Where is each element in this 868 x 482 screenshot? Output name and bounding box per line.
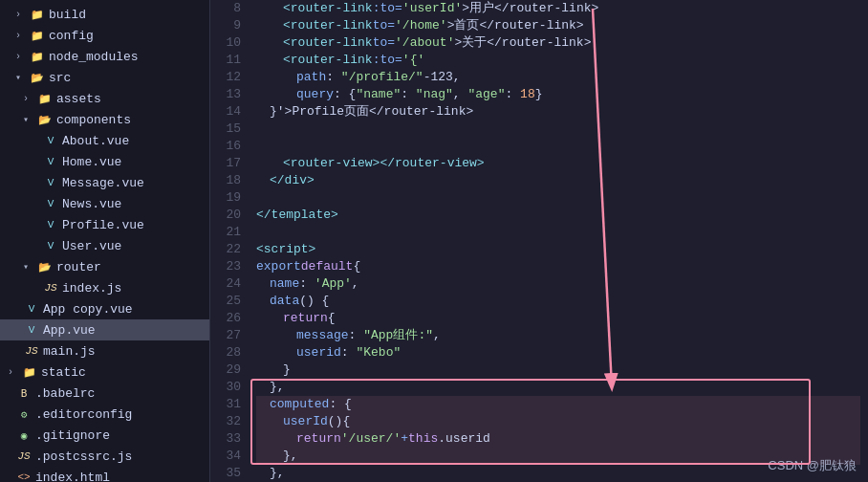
vue-icon: V: [42, 198, 59, 209]
sidebar-item-index-html[interactable]: <> index.html: [0, 467, 209, 482]
line-num-33: 33: [210, 430, 241, 448]
code-line-33: return '/user/' + this.userid: [256, 430, 860, 448]
line-num-29: 29: [210, 362, 241, 379]
folder-icon: 📂: [36, 114, 54, 126]
vue-icon: V: [42, 135, 59, 146]
code-line-17: <router-view></router-view>: [256, 155, 860, 172]
sidebar-label-index-html: index.html: [35, 471, 110, 483]
code-line-26: return {: [256, 310, 860, 327]
sidebar-label-about-vue: About.vue: [62, 134, 129, 148]
line-num-17: 17: [210, 155, 241, 172]
code-line-25: data() {: [256, 293, 860, 310]
vue-icon: V: [42, 219, 59, 230]
code-editor: 8910111213141516171819202122232425262728…: [210, 0, 868, 482]
watermark: CSDN @肥钛狼: [768, 457, 857, 474]
sidebar-label-main-js: main.js: [43, 344, 96, 359]
line-num-22: 22: [210, 241, 241, 258]
sidebar-label-build: build: [49, 8, 86, 22]
code-line-16: [256, 138, 860, 155]
sidebar-label-editorconfig: .editorconfig: [35, 407, 132, 422]
sidebar-item-index-js-router[interactable]: JS index.js: [0, 277, 209, 298]
code-line-12: path: "/profile/"-123,: [256, 69, 860, 86]
vue-icon: V: [23, 324, 40, 336]
line-num-35: 35: [210, 465, 241, 482]
sidebar-label-static: static: [41, 365, 86, 380]
sidebar-label-app-vue: App.vue: [43, 323, 96, 338]
sidebar-item-gitignore[interactable]: ◉ .gitignore: [0, 425, 209, 446]
vue-icon: V: [42, 177, 59, 188]
sidebar-item-app-copy-vue[interactable]: V App copy.vue: [0, 298, 209, 319]
code-line-32: userId(){: [256, 413, 860, 430]
code-line-19: [256, 189, 860, 207]
folder-icon: 📁: [29, 9, 46, 21]
sidebar-item-components[interactable]: 📂 components: [0, 109, 209, 130]
sidebar-item-build[interactable]: 📁 build: [0, 4, 209, 25]
line-num-24: 24: [210, 275, 241, 293]
sidebar-item-editorconfig[interactable]: ⚙ .editorconfig: [0, 404, 209, 425]
sidebar-item-message-vue[interactable]: V Message.vue: [0, 172, 209, 193]
code-line-21: [256, 224, 860, 241]
sidebar-item-assets[interactable]: 📁 assets: [0, 88, 209, 109]
sidebar-item-app-vue[interactable]: V App.vue: [0, 319, 209, 340]
sidebar-label-index-js-router: index.js: [62, 281, 121, 296]
sidebar-item-main-js[interactable]: JS main.js: [0, 340, 209, 362]
sidebar-item-news-vue[interactable]: V News.vue: [0, 193, 209, 214]
line-num-32: 32: [210, 413, 241, 430]
line-num-8: 8: [210, 0, 241, 17]
line-num-27: 27: [210, 327, 241, 344]
sidebar-item-profile-vue[interactable]: V Profile.vue: [0, 214, 209, 235]
line-num-9: 9: [210, 17, 241, 34]
vue-icon: V: [23, 303, 40, 315]
babelrc-icon: 𝙱: [15, 387, 33, 400]
sidebar-item-src[interactable]: 📂 src: [0, 67, 209, 88]
line-num-23: 23: [210, 258, 241, 275]
code-line-24: name: 'App',: [256, 275, 860, 293]
js-icon: JS: [42, 282, 59, 294]
code-line-28: userid: "Kebo": [256, 344, 860, 362]
sidebar-item-babelrc[interactable]: 𝙱 .babelrc: [0, 383, 209, 404]
folder-icon: 📁: [29, 30, 46, 42]
sidebar-label-config: config: [49, 29, 94, 43]
code-line-31: computed: {: [256, 396, 860, 413]
sidebar-label-gitignore: .gitignore: [35, 428, 110, 443]
code-line-22: <script>: [256, 241, 860, 258]
html-icon: <>: [15, 471, 33, 482]
code-line-23: export default {: [256, 258, 860, 275]
sidebar-label-babelrc: .babelrc: [35, 386, 95, 401]
line-num-21: 21: [210, 224, 241, 241]
sidebar-item-router[interactable]: 📂 router: [0, 256, 209, 277]
code-line-11: <router-link :to='{': [256, 52, 860, 69]
folder-icon: 📁: [21, 366, 38, 379]
code-area: 8910111213141516171819202122232425262728…: [210, 0, 868, 482]
code-line-9: <router-link to='/home'>首页</router-link>: [256, 17, 860, 34]
line-num-30: 30: [210, 379, 241, 396]
sidebar-item-static[interactable]: 📁 static: [0, 362, 209, 383]
code-line-10: <router-link to='/about'>关于</router-link…: [256, 34, 860, 52]
sidebar-item-home-vue[interactable]: V Home.vue: [0, 151, 209, 172]
gitignore-icon: ◉: [15, 429, 33, 442]
line-num-12: 12: [210, 69, 241, 86]
line-num-13: 13: [210, 86, 241, 103]
folder-icon: 📂: [29, 72, 46, 84]
js-icon: JS: [23, 345, 40, 357]
line-num-11: 11: [210, 52, 241, 69]
vue-icon: V: [42, 240, 59, 252]
code-line-27: message: "App组件:",: [256, 327, 860, 344]
sidebar-item-user-vue[interactable]: V User.vue: [0, 235, 209, 256]
sidebar-item-postcssrc[interactable]: JS .postcssrc.js: [0, 446, 209, 467]
line-num-15: 15: [210, 120, 241, 138]
line-numbers: 8910111213141516171819202122232425262728…: [210, 0, 249, 482]
sidebar-item-node-modules[interactable]: 📁 node_modules: [0, 46, 209, 67]
code-line-30: },: [256, 379, 860, 396]
code-line-18: </div>: [256, 172, 860, 189]
folder-icon: 📂: [36, 261, 54, 274]
code-content[interactable]: <router-link :to='userId'>用户</router-lin…: [249, 0, 868, 482]
sidebar-label-node-modules: node_modules: [49, 50, 139, 64]
vue-icon: V: [42, 156, 59, 167]
code-line-8: <router-link :to='userId'>用户</router-lin…: [256, 0, 860, 17]
line-num-28: 28: [210, 344, 241, 362]
sidebar-item-config[interactable]: 📁 config: [0, 25, 209, 46]
sidebar-item-about-vue[interactable]: V About.vue: [0, 130, 209, 151]
line-num-19: 19: [210, 189, 241, 207]
code-line-29: }: [256, 362, 860, 379]
